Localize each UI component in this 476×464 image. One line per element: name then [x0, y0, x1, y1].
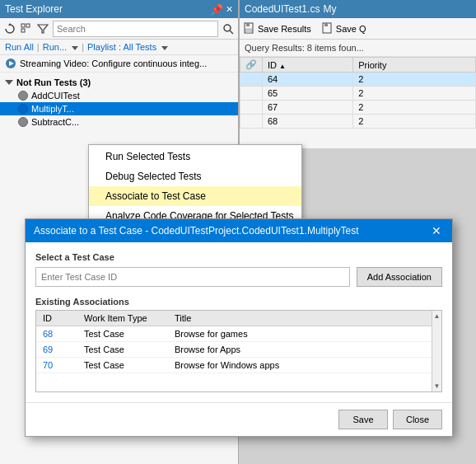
streaming-item[interactable]: Streaming Video: Configure continuous in…: [0, 55, 238, 73]
codedui-tab-suffix: My: [323, 3, 336, 15]
test-explorer-title: Test Explorer: [5, 3, 63, 15]
assoc-id: 70: [36, 358, 77, 373]
assoc-type: Test Case: [77, 342, 168, 358]
assoc-col-id[interactable]: ID: [36, 311, 77, 326]
assoc-type: Test Case: [77, 358, 168, 373]
row-link: [240, 73, 263, 87]
scrollbar-right[interactable]: ▲ ▼: [432, 311, 441, 391]
table-row[interactable]: 64 2: [240, 73, 476, 87]
separator: |: [37, 42, 40, 52]
add-association-button[interactable]: Add Association: [357, 267, 442, 287]
save-results-label[interactable]: Save Results: [258, 24, 311, 34]
save-button[interactable]: Save: [338, 410, 388, 429]
assoc-col-type[interactable]: Work Item Type: [77, 311, 168, 326]
search-box: [53, 21, 218, 37]
playlist-dropdown[interactable]: Playlist : All Tests: [87, 42, 168, 52]
row-link: [240, 115, 263, 129]
svg-marker-4: [38, 25, 48, 33]
refresh-icon[interactable]: [3, 22, 16, 35]
expand-icon: [5, 80, 13, 85]
associations-table-container: ID Work Item Type Title 68 Test Case Bro…: [35, 310, 442, 392]
col-link: 🔗: [240, 58, 263, 73]
codedui-toolbar: Save Results Save Q: [240, 18, 476, 40]
row-id: 68: [263, 115, 353, 129]
context-run-selected[interactable]: Run Selected Tests: [89, 147, 301, 166]
context-associate[interactable]: Associate to Test Case: [89, 186, 301, 206]
run-all-link[interactable]: Run All: [5, 42, 34, 52]
playlist-chevron-icon: [161, 46, 168, 50]
pin-icon[interactable]: 📌: [210, 3, 223, 16]
streaming-icon: [5, 58, 16, 69]
assoc-id: 69: [36, 342, 77, 358]
filter-icon[interactable]: [36, 22, 49, 35]
context-debug-selected[interactable]: Debug Selected Tests: [89, 166, 301, 186]
row-id: 64: [263, 73, 353, 87]
assoc-row[interactable]: 69 Test Case Browse for Apps: [36, 342, 441, 358]
scroll-down-icon[interactable]: ▼: [432, 381, 442, 391]
sort-asc-icon: ▲: [279, 63, 286, 70]
group-icon[interactable]: [20, 22, 33, 35]
dialog-titlebar: Associate to a Test Case - CodedUITestPr…: [26, 219, 452, 242]
run-dropdown[interactable]: Run...: [43, 42, 78, 52]
row-link: [240, 87, 263, 101]
test-tree-view: Not Run Tests (3) AddCUITest MultiplyT..…: [0, 73, 238, 132]
row-id: 65: [263, 87, 353, 101]
scroll-up-icon[interactable]: ▲: [432, 311, 442, 321]
test-status-icon: [18, 91, 28, 101]
save-icon2[interactable]: [321, 22, 333, 35]
search-input[interactable]: [57, 24, 214, 34]
assoc-row[interactable]: 70 Test Case Browse for Windows apps: [36, 358, 441, 373]
assoc-id: 68: [36, 326, 77, 342]
assoc-title: Browse for Apps: [168, 342, 441, 358]
col-id[interactable]: ID ▲: [263, 58, 353, 73]
table-row[interactable]: 68 2: [240, 115, 476, 129]
dialog-footer: Save Close: [26, 402, 452, 436]
row-priority: 2: [353, 87, 476, 101]
svg-rect-11: [245, 29, 252, 33]
close-panel-icon[interactable]: ✕: [226, 4, 233, 15]
close-button[interactable]: Close: [393, 410, 442, 429]
assoc-title: Browse for games: [168, 326, 441, 342]
test-item-multiply[interactable]: MultiplyT...: [0, 102, 238, 115]
existing-associations-label: Existing Associations: [35, 297, 442, 307]
test-item-subtract[interactable]: SubtractC...: [0, 115, 238, 129]
svg-rect-10: [246, 23, 250, 26]
col-priority[interactable]: Priority: [353, 58, 476, 73]
test-explorer-titlebar: Test Explorer 📌 ✕: [0, 0, 238, 18]
row-priority: 2: [353, 115, 476, 129]
search-icon[interactable]: [222, 22, 235, 35]
dialog-close-button[interactable]: ✕: [429, 223, 444, 238]
test-item-addcui[interactable]: AddCUITest: [0, 89, 238, 102]
query-results-bar: Query Results: 8 items foun...: [240, 40, 476, 57]
row-priority: 2: [353, 73, 476, 87]
assoc-col-title[interactable]: Title: [168, 311, 441, 326]
dialog-title: Associate to a Test Case - CodedUITestPr…: [34, 225, 359, 237]
not-run-header[interactable]: Not Run Tests (3): [0, 76, 238, 89]
row-link: [240, 101, 263, 115]
panel-pin-icons: 📌 ✕: [210, 3, 233, 16]
svg-rect-3: [26, 24, 30, 27]
run-chevron-icon: [72, 46, 78, 50]
associate-dialog: Associate to a Test Case - CodedUITestPr…: [25, 218, 453, 437]
test-status-icon: [18, 104, 28, 114]
select-test-case-label: Select a Test Case: [35, 252, 442, 262]
svg-rect-13: [324, 23, 328, 26]
svg-point-5: [224, 25, 231, 31]
table-row[interactable]: 65 2: [240, 87, 476, 101]
codedui-title: CodedUITest1.cs: [245, 3, 320, 15]
test-case-id-input[interactable]: [35, 267, 350, 287]
codedui-titlebar: CodedUITest1.cs My: [240, 0, 476, 18]
save-icon[interactable]: [243, 22, 254, 35]
results-table: 🔗 ID ▲ Priority 64 2 65 2: [240, 57, 476, 129]
save-label[interactable]: Save Q: [336, 24, 366, 34]
svg-rect-1: [21, 24, 25, 27]
assoc-title: Browse for Windows apps: [168, 358, 441, 373]
svg-line-6: [230, 30, 233, 34]
assoc-type: Test Case: [77, 326, 168, 342]
separator2: |: [82, 42, 84, 52]
assoc-row[interactable]: 68 Test Case Browse for games: [36, 326, 441, 342]
row-priority: 2: [353, 101, 476, 115]
table-row[interactable]: 67 2: [240, 101, 476, 115]
associations-table: ID Work Item Type Title 68 Test Case Bro…: [36, 311, 441, 373]
test-explorer-toolbar: [0, 18, 238, 40]
